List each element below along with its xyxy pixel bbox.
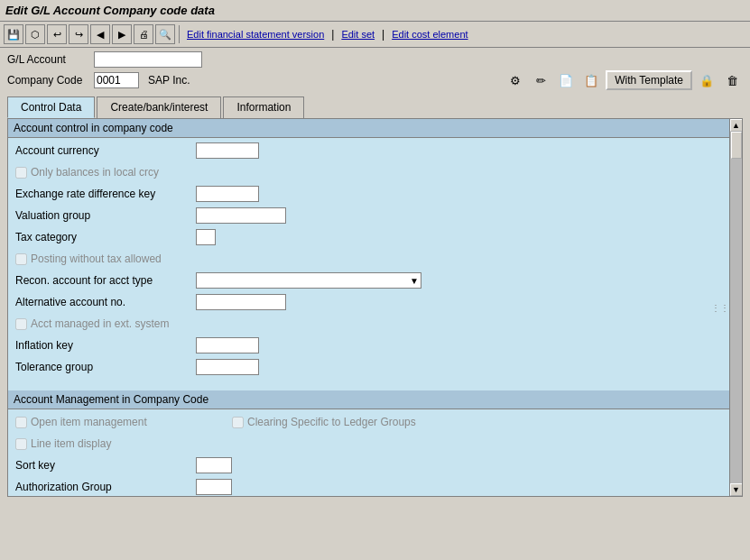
find-btn[interactable]: 🔍	[155, 24, 175, 44]
row-posting-tax: Posting without tax allowed	[15, 250, 722, 268]
edit-financial-link[interactable]: Edit financial statement version	[187, 29, 324, 40]
scrollbar[interactable]: ▲ ▼	[729, 119, 742, 496]
alternative-account-input[interactable]	[196, 294, 286, 310]
new-icon-btn[interactable]: 📋	[580, 70, 602, 90]
posting-tax-checkbox[interactable]	[15, 253, 27, 265]
tab-create-bank-interest[interactable]: Create/bank/interest	[97, 96, 221, 118]
with-template-button[interactable]: With Template	[606, 70, 692, 90]
main-content: Account control in company code Account …	[7, 118, 743, 497]
row-authorization-group: Authorization Group	[15, 478, 722, 496]
scroll-down-btn[interactable]: ▼	[730, 483, 743, 496]
section-account-control: Account control in company code Account …	[8, 119, 729, 383]
exchange-rate-input[interactable]	[196, 186, 259, 202]
settings-icon-btn[interactable]: ⚙	[505, 70, 526, 90]
row-only-balances: Only balances in local crcy	[15, 163, 722, 181]
company-code-input[interactable]	[94, 72, 139, 88]
inflation-key-input[interactable]	[196, 337, 259, 353]
copy-icon-btn[interactable]: 📄	[555, 70, 577, 90]
company-name: SAP Inc.	[148, 74, 190, 87]
company-code-label: Company Code	[7, 74, 88, 87]
toolbar: 💾 ⬡ ↩ ↪ ◀ ▶ 🖨 🔍 Edit financial statement…	[0, 22, 750, 48]
acct-managed-checkbox[interactable]	[15, 318, 27, 330]
edit-icon-btn[interactable]: ✏	[530, 70, 551, 90]
row-open-item-clearing: Open item management Clearing Specific t…	[15, 413, 722, 431]
tab-control-data[interactable]: Control Data	[7, 96, 95, 118]
section-account-management: Account Management in Company Code Open …	[8, 390, 729, 497]
back-btn[interactable]: ↩	[47, 24, 67, 44]
lock-icon-btn[interactable]: 🔒	[696, 70, 718, 90]
sort-key-input[interactable]	[196, 457, 232, 473]
next-btn[interactable]: ▶	[112, 24, 132, 44]
line-item-checkbox[interactable]	[15, 438, 27, 450]
edit-set-link[interactable]: Edit set	[341, 29, 375, 40]
header-area: G/L Account Company Code SAP Inc. ⚙ ✏ 📄 …	[0, 48, 750, 96]
row-valuation-group: Valuation group	[15, 207, 722, 225]
forward-btn[interactable]: ↪	[69, 24, 88, 44]
clearing-specific-checkbox[interactable]	[232, 417, 244, 428]
save-btn[interactable]: 💾	[4, 24, 23, 44]
only-balances-checkbox[interactable]	[15, 167, 27, 179]
row-line-item-display: Line item display	[15, 435, 722, 453]
delete-icon-btn[interactable]: 🗑	[721, 70, 743, 90]
page-title: Edit G/L Account Company code data	[5, 4, 215, 17]
row-account-currency: Account currency	[15, 142, 722, 160]
row-tax-category: Tax category	[15, 228, 722, 246]
row-inflation-key: Inflation key	[15, 336, 722, 354]
tolerance-group-input[interactable]	[196, 359, 259, 375]
row-acct-managed-ext: Acct managed in ext. system	[15, 315, 722, 333]
row-alternative-account: Alternative account no.	[15, 293, 722, 311]
recon-account-dropdown[interactable]: ▼	[196, 272, 421, 289]
shortcut-btn[interactable]: ⬡	[25, 24, 45, 44]
prev-btn[interactable]: ◀	[90, 24, 110, 44]
authorization-group-input[interactable]	[196, 479, 232, 495]
account-currency-input[interactable]	[196, 142, 259, 159]
row-exchange-rate: Exchange rate difference key	[15, 185, 722, 203]
open-item-checkbox[interactable]	[15, 417, 27, 428]
valuation-group-input[interactable]	[196, 207, 286, 224]
row-tolerance-group: Tolerance group	[15, 358, 722, 376]
resize-handle[interactable]: ⋮⋮	[711, 303, 729, 313]
title-bar: Edit G/L Account Company code data	[0, 0, 750, 22]
gl-account-label: G/L Account	[7, 53, 88, 66]
edit-cost-element-link[interactable]: Edit cost element	[392, 29, 468, 40]
tax-category-input[interactable]	[196, 229, 216, 245]
tab-information[interactable]: Information	[223, 96, 304, 118]
print-btn[interactable]: 🖨	[134, 24, 153, 44]
row-recon-account: Recon. account for acct type ▼	[15, 271, 722, 289]
gl-account-input[interactable]	[94, 51, 202, 68]
row-sort-key: Sort key	[15, 456, 722, 474]
tabs-area: Control Data Create/bank/interest Inform…	[0, 96, 750, 118]
scroll-up-btn[interactable]: ▲	[730, 119, 743, 132]
